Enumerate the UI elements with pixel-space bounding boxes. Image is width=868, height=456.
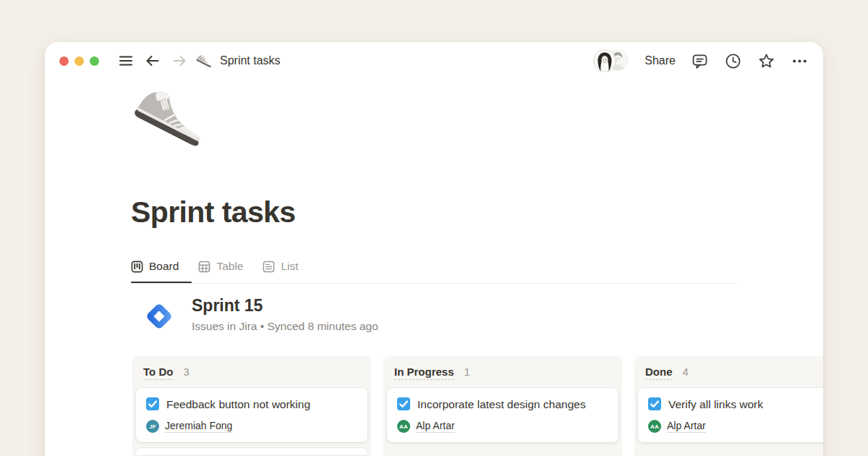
favorite-star-icon[interactable] [757, 52, 775, 70]
board-column-done: Done 4 Verify all links work AA Alp Arta… [634, 356, 823, 456]
column-count: 3 [183, 366, 189, 378]
assignee-avatar: JF [146, 420, 159, 433]
tab-board[interactable]: Board [131, 260, 179, 273]
board-icon [131, 261, 143, 273]
back-arrow-icon[interactable] [145, 53, 161, 69]
tab-table[interactable]: Table [198, 260, 243, 273]
tab-list-label: List [281, 260, 298, 273]
window-controls [59, 56, 99, 66]
stage-background: Sprint tasks [0, 0, 868, 456]
board-column-todo: To Do 3 Feedback button not working JF J… [132, 356, 371, 456]
view-tabs: Board Table List [131, 260, 299, 273]
collaborator-avatar-1 [593, 49, 616, 72]
card-assignee[interactable]: AA Alp Artar [397, 420, 608, 433]
column-count: 4 [683, 366, 689, 378]
column-name: In Progress [394, 366, 454, 380]
database-sync-status: Issues in Jira • Synced 8 minutes ago [192, 320, 378, 333]
board-card[interactable]: Feedback button not working JF Jeremiah … [136, 388, 367, 442]
page-sneaker-emoji-icon[interactable] [133, 87, 210, 164]
assignee-name: Alp Artar [416, 420, 455, 433]
tabs-divider [131, 283, 738, 284]
forward-arrow-icon[interactable] [171, 53, 187, 69]
column-name: Done [645, 366, 673, 380]
assignee-name: Jeremiah Fong [165, 420, 232, 433]
breadcrumb[interactable]: Sprint tasks [196, 54, 281, 67]
checked-checkbox-icon[interactable] [648, 397, 661, 410]
card-assignee[interactable]: JF Jeremiah Fong [146, 420, 357, 433]
breadcrumb-title: Sprint tasks [220, 54, 281, 67]
card-title: Verify all links work [668, 398, 763, 410]
checked-checkbox-icon[interactable] [397, 397, 410, 410]
collaborator-avatars[interactable] [593, 49, 629, 72]
column-name: To Do [143, 366, 173, 380]
minimize-window-button[interactable] [75, 56, 84, 66]
jira-logo-icon [139, 296, 179, 337]
assignee-name: Alp Artar [667, 420, 706, 433]
sidebar-menu-icon[interactable] [118, 53, 134, 69]
card-title-row: Feedback button not working [146, 397, 336, 413]
more-ellipsis-icon[interactable] [791, 52, 809, 70]
updates-clock-icon[interactable] [724, 52, 742, 70]
card-title-row: Verify all links work [648, 397, 823, 413]
tab-list[interactable]: List [263, 260, 298, 273]
board-column-in-progress: In Progress 1 Incorporate latest design … [383, 356, 622, 456]
column-header-todo[interactable]: To Do 3 [135, 359, 368, 387]
column-header-in-progress[interactable]: In Progress 1 [386, 359, 619, 387]
database-title[interactable]: Sprint 15 [192, 296, 378, 316]
checked-checkbox-icon[interactable] [146, 397, 159, 410]
window-topbar: Sprint tasks [45, 42, 823, 80]
tab-table-label: Table [216, 260, 243, 273]
share-button[interactable]: Share [644, 54, 676, 67]
tab-board-label: Board [149, 260, 179, 273]
column-header-done[interactable]: Done 4 [637, 359, 823, 387]
board-card[interactable]: Verify all links work AA Alp Artar [638, 388, 823, 442]
page-title[interactable]: Sprint tasks [131, 195, 296, 229]
linked-database-header: Sprint 15 Issues in Jira • Synced 8 minu… [139, 296, 378, 337]
assignee-avatar: AA [397, 420, 410, 433]
card-title: Incorporate latest design changes [417, 398, 586, 410]
card-title: Feedback button not working [166, 398, 310, 410]
board-card[interactable]: Incorporate latest design changes AA Alp… [387, 388, 618, 442]
assignee-avatar: AA [648, 420, 661, 433]
card-assignee[interactable]: AA Alp Artar [648, 420, 823, 433]
sneaker-emoji-icon [196, 54, 213, 67]
kanban-board: To Do 3 Feedback button not working JF J… [132, 356, 823, 456]
table-icon [198, 261, 210, 273]
card-title-row: Incorporate latest design changes [397, 397, 587, 413]
list-icon [263, 261, 275, 273]
comments-icon[interactable] [691, 52, 709, 70]
zoom-window-button[interactable] [90, 56, 99, 66]
close-window-button[interactable] [59, 56, 69, 66]
app-window: Sprint tasks [45, 42, 823, 456]
column-count: 1 [464, 366, 470, 378]
board-card[interactable] [136, 448, 367, 455]
